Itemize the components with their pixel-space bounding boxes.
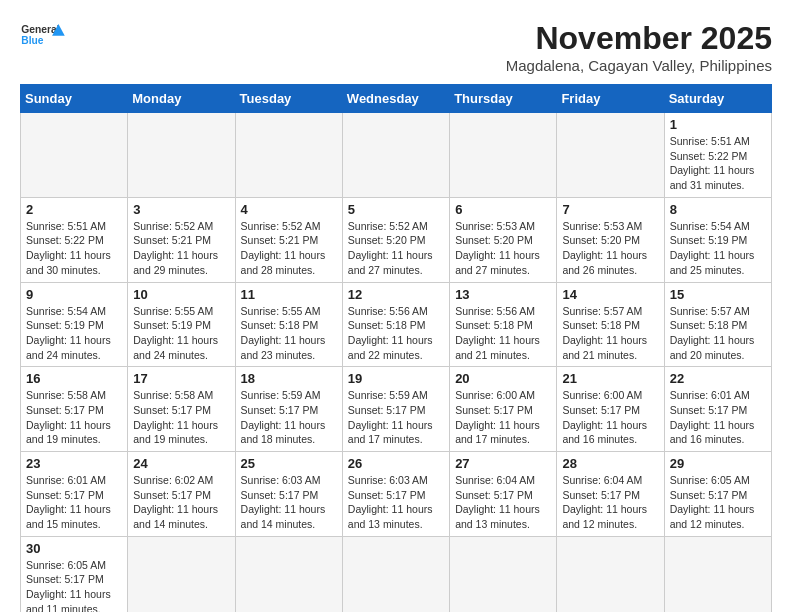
- day-number: 28: [562, 456, 658, 471]
- calendar-row: 30Sunrise: 6:05 AM Sunset: 5:17 PM Dayli…: [21, 536, 772, 612]
- day-info: Sunrise: 5:55 AM Sunset: 5:19 PM Dayligh…: [133, 304, 229, 363]
- calendar-cell: 28Sunrise: 6:04 AM Sunset: 5:17 PM Dayli…: [557, 452, 664, 537]
- day-info: Sunrise: 6:05 AM Sunset: 5:17 PM Dayligh…: [26, 558, 122, 612]
- day-number: 2: [26, 202, 122, 217]
- day-number: 26: [348, 456, 444, 471]
- col-sunday: Sunday: [21, 85, 128, 113]
- calendar-cell: [450, 536, 557, 612]
- calendar-body: 1Sunrise: 5:51 AM Sunset: 5:22 PM Daylig…: [21, 113, 772, 613]
- calendar-cell: 1Sunrise: 5:51 AM Sunset: 5:22 PM Daylig…: [664, 113, 771, 198]
- calendar-row: 9Sunrise: 5:54 AM Sunset: 5:19 PM Daylig…: [21, 282, 772, 367]
- calendar-cell: [342, 113, 449, 198]
- calendar-row: 2Sunrise: 5:51 AM Sunset: 5:22 PM Daylig…: [21, 197, 772, 282]
- day-info: Sunrise: 6:01 AM Sunset: 5:17 PM Dayligh…: [670, 388, 766, 447]
- day-number: 10: [133, 287, 229, 302]
- day-info: Sunrise: 6:00 AM Sunset: 5:17 PM Dayligh…: [455, 388, 551, 447]
- calendar-cell: 12Sunrise: 5:56 AM Sunset: 5:18 PM Dayli…: [342, 282, 449, 367]
- calendar-cell: 18Sunrise: 5:59 AM Sunset: 5:17 PM Dayli…: [235, 367, 342, 452]
- day-info: Sunrise: 5:57 AM Sunset: 5:18 PM Dayligh…: [670, 304, 766, 363]
- day-number: 22: [670, 371, 766, 386]
- day-info: Sunrise: 6:03 AM Sunset: 5:17 PM Dayligh…: [241, 473, 337, 532]
- day-number: 25: [241, 456, 337, 471]
- calendar-cell: 23Sunrise: 6:01 AM Sunset: 5:17 PM Dayli…: [21, 452, 128, 537]
- page-title: November 2025: [506, 20, 772, 57]
- title-section: November 2025 Magdalena, Cagayan Valley,…: [506, 20, 772, 74]
- day-info: Sunrise: 5:52 AM Sunset: 5:21 PM Dayligh…: [133, 219, 229, 278]
- day-info: Sunrise: 5:53 AM Sunset: 5:20 PM Dayligh…: [455, 219, 551, 278]
- day-info: Sunrise: 6:04 AM Sunset: 5:17 PM Dayligh…: [562, 473, 658, 532]
- calendar-cell: 13Sunrise: 5:56 AM Sunset: 5:18 PM Dayli…: [450, 282, 557, 367]
- day-number: 29: [670, 456, 766, 471]
- calendar-cell: 19Sunrise: 5:59 AM Sunset: 5:17 PM Dayli…: [342, 367, 449, 452]
- calendar-cell: 2Sunrise: 5:51 AM Sunset: 5:22 PM Daylig…: [21, 197, 128, 282]
- day-number: 27: [455, 456, 551, 471]
- calendar-cell: [342, 536, 449, 612]
- day-info: Sunrise: 5:57 AM Sunset: 5:18 PM Dayligh…: [562, 304, 658, 363]
- calendar-cell: 8Sunrise: 5:54 AM Sunset: 5:19 PM Daylig…: [664, 197, 771, 282]
- calendar-cell: 3Sunrise: 5:52 AM Sunset: 5:21 PM Daylig…: [128, 197, 235, 282]
- day-info: Sunrise: 5:51 AM Sunset: 5:22 PM Dayligh…: [670, 134, 766, 193]
- calendar-cell: 20Sunrise: 6:00 AM Sunset: 5:17 PM Dayli…: [450, 367, 557, 452]
- page-header: General Blue November 2025 Magdalena, Ca…: [20, 20, 772, 74]
- day-info: Sunrise: 5:56 AM Sunset: 5:18 PM Dayligh…: [455, 304, 551, 363]
- calendar-cell: 5Sunrise: 5:52 AM Sunset: 5:20 PM Daylig…: [342, 197, 449, 282]
- day-number: 23: [26, 456, 122, 471]
- calendar-cell: [557, 536, 664, 612]
- day-number: 9: [26, 287, 122, 302]
- day-info: Sunrise: 5:54 AM Sunset: 5:19 PM Dayligh…: [670, 219, 766, 278]
- day-number: 20: [455, 371, 551, 386]
- calendar-table: Sunday Monday Tuesday Wednesday Thursday…: [20, 84, 772, 612]
- day-number: 16: [26, 371, 122, 386]
- logo-svg: General Blue: [20, 20, 70, 50]
- calendar-header-row: Sunday Monday Tuesday Wednesday Thursday…: [21, 85, 772, 113]
- day-info: Sunrise: 5:59 AM Sunset: 5:17 PM Dayligh…: [348, 388, 444, 447]
- day-number: 21: [562, 371, 658, 386]
- day-number: 12: [348, 287, 444, 302]
- day-info: Sunrise: 5:54 AM Sunset: 5:19 PM Dayligh…: [26, 304, 122, 363]
- calendar-cell: 16Sunrise: 5:58 AM Sunset: 5:17 PM Dayli…: [21, 367, 128, 452]
- calendar-cell: 14Sunrise: 5:57 AM Sunset: 5:18 PM Dayli…: [557, 282, 664, 367]
- col-friday: Friday: [557, 85, 664, 113]
- calendar-cell: 21Sunrise: 6:00 AM Sunset: 5:17 PM Dayli…: [557, 367, 664, 452]
- calendar-cell: 11Sunrise: 5:55 AM Sunset: 5:18 PM Dayli…: [235, 282, 342, 367]
- calendar-cell: 15Sunrise: 5:57 AM Sunset: 5:18 PM Dayli…: [664, 282, 771, 367]
- logo: General Blue: [20, 20, 70, 52]
- calendar-cell: [450, 113, 557, 198]
- calendar-cell: 29Sunrise: 6:05 AM Sunset: 5:17 PM Dayli…: [664, 452, 771, 537]
- day-info: Sunrise: 6:05 AM Sunset: 5:17 PM Dayligh…: [670, 473, 766, 532]
- calendar-cell: 17Sunrise: 5:58 AM Sunset: 5:17 PM Dayli…: [128, 367, 235, 452]
- calendar-row: 23Sunrise: 6:01 AM Sunset: 5:17 PM Dayli…: [21, 452, 772, 537]
- day-info: Sunrise: 5:58 AM Sunset: 5:17 PM Dayligh…: [133, 388, 229, 447]
- day-info: Sunrise: 6:04 AM Sunset: 5:17 PM Dayligh…: [455, 473, 551, 532]
- day-number: 19: [348, 371, 444, 386]
- calendar-cell: [235, 536, 342, 612]
- calendar-cell: 10Sunrise: 5:55 AM Sunset: 5:19 PM Dayli…: [128, 282, 235, 367]
- calendar-row: 16Sunrise: 5:58 AM Sunset: 5:17 PM Dayli…: [21, 367, 772, 452]
- svg-text:Blue: Blue: [21, 35, 44, 46]
- calendar-cell: 4Sunrise: 5:52 AM Sunset: 5:21 PM Daylig…: [235, 197, 342, 282]
- col-thursday: Thursday: [450, 85, 557, 113]
- calendar-cell: [235, 113, 342, 198]
- day-number: 11: [241, 287, 337, 302]
- day-number: 7: [562, 202, 658, 217]
- day-info: Sunrise: 6:02 AM Sunset: 5:17 PM Dayligh…: [133, 473, 229, 532]
- calendar-cell: 30Sunrise: 6:05 AM Sunset: 5:17 PM Dayli…: [21, 536, 128, 612]
- calendar-cell: [128, 113, 235, 198]
- day-number: 1: [670, 117, 766, 132]
- day-number: 6: [455, 202, 551, 217]
- calendar-cell: 24Sunrise: 6:02 AM Sunset: 5:17 PM Dayli…: [128, 452, 235, 537]
- day-info: Sunrise: 5:59 AM Sunset: 5:17 PM Dayligh…: [241, 388, 337, 447]
- day-info: Sunrise: 6:03 AM Sunset: 5:17 PM Dayligh…: [348, 473, 444, 532]
- day-info: Sunrise: 5:52 AM Sunset: 5:20 PM Dayligh…: [348, 219, 444, 278]
- day-number: 4: [241, 202, 337, 217]
- day-number: 5: [348, 202, 444, 217]
- day-number: 24: [133, 456, 229, 471]
- calendar-cell: 27Sunrise: 6:04 AM Sunset: 5:17 PM Dayli…: [450, 452, 557, 537]
- day-number: 8: [670, 202, 766, 217]
- day-info: Sunrise: 5:53 AM Sunset: 5:20 PM Dayligh…: [562, 219, 658, 278]
- day-info: Sunrise: 6:01 AM Sunset: 5:17 PM Dayligh…: [26, 473, 122, 532]
- col-wednesday: Wednesday: [342, 85, 449, 113]
- calendar-cell: 9Sunrise: 5:54 AM Sunset: 5:19 PM Daylig…: [21, 282, 128, 367]
- day-number: 30: [26, 541, 122, 556]
- calendar-cell: 26Sunrise: 6:03 AM Sunset: 5:17 PM Dayli…: [342, 452, 449, 537]
